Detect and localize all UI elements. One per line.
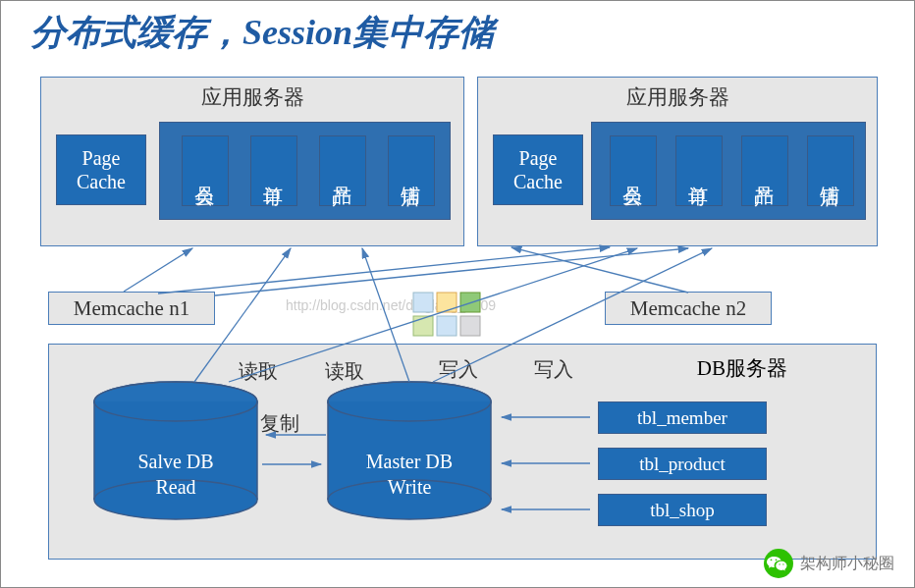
svg-rect-1 (437, 293, 457, 312)
module-shop-right: 店铺 (807, 135, 854, 206)
module-order-right: 订单 (675, 135, 723, 206)
svg-rect-3 (413, 316, 433, 336)
page-cache-left: Page Cache (56, 134, 146, 205)
master-db: Master DB Write (326, 380, 493, 522)
module-product-left: 产品 (319, 135, 366, 206)
app-server-left: 应用服务器 Page Cache 会员 订单 产品 店铺 (40, 77, 464, 246)
app-server-right: 应用服务器 Page Cache 会员 订单 产品 店铺 (477, 77, 878, 246)
label-read-2: 读取 (325, 358, 364, 385)
svg-line-19 (215, 248, 688, 295)
tbl-shop: tbl_shop (598, 494, 767, 526)
module-order-left: 订单 (250, 135, 297, 206)
module-member-right: 会员 (610, 135, 657, 206)
app-server-right-label: 应用服务器 (626, 83, 729, 111)
page-cache-right: Page Cache (493, 134, 583, 205)
svg-line-21 (158, 247, 610, 294)
svg-rect-4 (437, 316, 457, 336)
tbl-product: tbl_product (598, 448, 767, 480)
db-server-label: DB服务器 (697, 354, 787, 382)
slave-db-label: Salve DB Read (92, 449, 259, 500)
module-group-left: 会员 订单 产品 店铺 (159, 122, 451, 220)
app-server-left-label: 应用服务器 (201, 83, 304, 111)
label-read-1: 读取 (239, 358, 278, 385)
svg-line-20 (511, 247, 688, 293)
label-write-1: 写入 (439, 356, 478, 383)
footer-text: 架构师小秘圈 (800, 554, 894, 574)
svg-rect-5 (460, 316, 480, 336)
svg-rect-2 (460, 293, 480, 312)
svg-rect-0 (413, 293, 433, 312)
tbl-member: tbl_member (598, 401, 767, 434)
footer: 架构师小秘圈 (763, 548, 894, 579)
module-product-right: 产品 (741, 135, 788, 206)
label-write-2: 写入 (534, 356, 573, 383)
placeholder-icons (411, 291, 484, 342)
module-member-left: 会员 (182, 135, 229, 206)
slave-db: Salve DB Read (92, 380, 259, 522)
svg-line-18 (124, 248, 192, 292)
page-title: 分布式缓存，Session集中存储 (30, 9, 494, 57)
memcache-n2: Memcache n2 (605, 292, 772, 325)
module-group-right: 会员 订单 产品 店铺 (591, 122, 866, 220)
memcache-n1: Memcache n1 (48, 292, 215, 325)
label-replicate: 复制 (260, 410, 299, 437)
module-shop-left: 店铺 (388, 135, 435, 206)
wechat-icon (763, 548, 794, 579)
master-db-label: Master DB Write (326, 449, 493, 500)
